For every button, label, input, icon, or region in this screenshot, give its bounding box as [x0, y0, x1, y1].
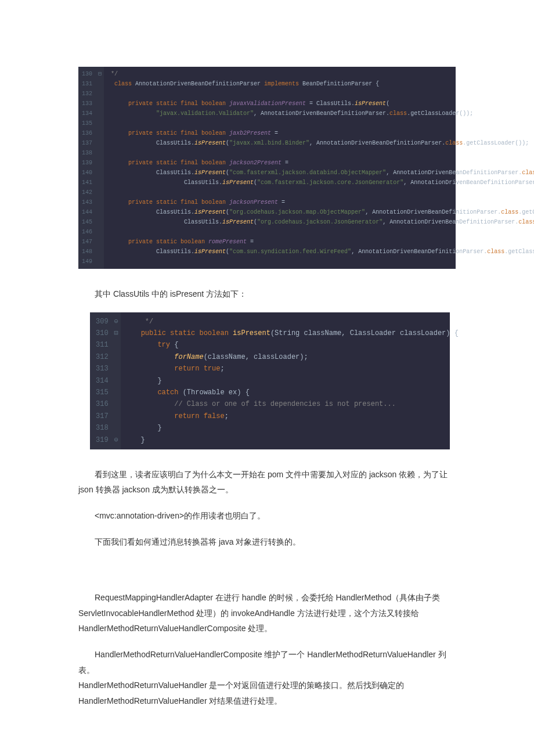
code-line: ClassUtils.isPresent("org.codehaus.jacks…: [107, 207, 534, 217]
code-block-2: 309 ⊖310 ⊟311 312 313 314 315 316 317 31…: [90, 312, 450, 449]
line-number: 314: [96, 375, 118, 387]
code-line: }: [124, 434, 459, 446]
code-line: private static final boolean jaxb2Presen…: [107, 128, 534, 138]
line-number: 134: [82, 109, 102, 118]
line-number: 319 ⊖: [96, 434, 118, 446]
code-line: return false;: [124, 411, 459, 422]
code-line: private static boolean romePresent =: [107, 237, 534, 247]
paragraph-2b: json 转换器 jackson 成为默认转换器之一。: [78, 482, 456, 498]
code-line: ClassUtils.isPresent("com.fasterxml.jack…: [107, 168, 534, 178]
line-number: 317: [96, 411, 118, 422]
line-number: 141: [82, 178, 102, 188]
code-line: [107, 257, 534, 267]
line-number: 140: [82, 168, 102, 178]
line-number: 311: [96, 339, 118, 351]
line-number: 145: [82, 217, 102, 227]
code-line: [107, 148, 534, 158]
line-number: 138: [82, 148, 102, 158]
code-line: // Class or one of its dependencies is n…: [124, 398, 459, 410]
code-line: */: [124, 316, 459, 327]
paragraph-1: 其中 ClassUtils 中的 isPresent 方法如下：: [78, 286, 456, 302]
code-line: [107, 118, 534, 128]
code-line: [107, 188, 534, 197]
line-number: 316: [96, 398, 118, 410]
paragraph-6b: HandlerMethodReturnValueHandler 是一个对返回值进…: [78, 678, 456, 693]
line-number: 139: [82, 158, 102, 168]
code-body-1: */ class AnnotationDrivenBeanDefinitionP…: [104, 67, 534, 269]
line-number: 148: [82, 247, 102, 257]
line-number: 146: [82, 227, 102, 237]
line-number: 137: [82, 138, 102, 148]
paragraph-5b: ServletInvocableHandlerMethod 处理）的 invok…: [78, 606, 456, 621]
line-number: 131: [82, 79, 102, 89]
paragraph-6a: HandlerMethodReturnValueHandlerComposite…: [78, 647, 456, 678]
code-gutter-1: 130 ⊟131 132 133 134 135 136 137 138 139…: [78, 67, 104, 269]
line-number: 312: [96, 351, 118, 363]
code-line: try {: [124, 339, 459, 351]
line-number: 149: [82, 257, 102, 267]
code-line: ClassUtils.isPresent("javax.xml.bind.Bin…: [107, 138, 534, 148]
code-line: forName(className, classLoader);: [124, 351, 459, 363]
code-line: */: [107, 69, 534, 79]
code-body-2: */ public static boolean isPresent(Strin…: [121, 312, 462, 449]
code-line: "javax.validation.Validator", Annotation…: [107, 109, 534, 118]
line-number: 132: [82, 89, 102, 99]
paragraph-4: 下面我们看如何通过消息转换器将 java 对象进行转换的。: [78, 534, 456, 550]
code-line: public static boolean isPresent(String c…: [124, 327, 459, 339]
line-number: 313: [96, 363, 118, 375]
line-number: 135: [82, 118, 102, 128]
code-line: [107, 89, 534, 99]
code-line: ClassUtils.isPresent("org.codehaus.jacks…: [107, 217, 534, 227]
line-number: 136: [82, 128, 102, 138]
paragraph-5a: RequestMappingHandlerAdapter 在进行 handle …: [78, 590, 456, 606]
code-line: }: [124, 375, 459, 387]
line-number: 133: [82, 99, 102, 109]
code-line: ClassUtils.isPresent("com.fasterxml.jack…: [107, 178, 534, 188]
code-line: private static final boolean jackson2Pre…: [107, 158, 534, 168]
code-gutter-2: 309 ⊖310 ⊟311 312 313 314 315 316 317 31…: [90, 312, 121, 449]
line-number: 309 ⊖: [96, 316, 118, 327]
code-line: class AnnotationDrivenBeanDefinitionPars…: [107, 79, 534, 89]
line-number: 315: [96, 387, 118, 398]
line-number: 310 ⊟: [96, 327, 118, 339]
code-line: return true;: [124, 363, 459, 375]
line-number: 144: [82, 207, 102, 217]
line-number: 130 ⊟: [82, 69, 102, 79]
code-block-1: 130 ⊟131 132 133 134 135 136 137 138 139…: [78, 67, 456, 269]
code-line: private static final boolean jacksonPres…: [107, 197, 534, 207]
paragraph-6c: HandlerMethodReturnValueHandler 对结果值进行处理…: [78, 693, 456, 709]
code-line: catch (Throwable ex) {: [124, 387, 459, 398]
line-number: 142: [82, 188, 102, 197]
code-line: [107, 227, 534, 237]
code-line: ClassUtils.isPresent("com.sun.syndicatio…: [107, 247, 534, 257]
line-number: 143: [82, 197, 102, 207]
paragraph-3: <mvc:annotation-driven>的作用读者也明白了。: [78, 508, 456, 524]
line-number: 318: [96, 422, 118, 434]
code-line: }: [124, 422, 459, 434]
code-line: private static final boolean javaxValida…: [107, 99, 534, 109]
paragraph-5c: HandlerMethodReturnValueHandlerComposite…: [78, 621, 456, 636]
paragraph-2a: 看到这里，读者应该明白了为什么本文一开始在 pom 文件中需要加入对应的 jac…: [78, 467, 456, 483]
line-number: 147: [82, 237, 102, 247]
